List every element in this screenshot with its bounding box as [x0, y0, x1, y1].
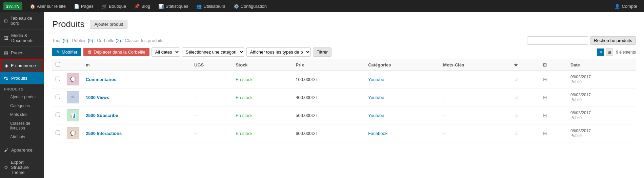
row-name-cell: Commentaires	[82, 71, 191, 88]
filter-all-link[interactable]: Tous (9)	[52, 38, 68, 43]
select-all-checkbox[interactable]	[56, 62, 60, 66]
th-name[interactable]: m	[82, 59, 191, 71]
sidebar-sub-mots-cles[interactable]: Mots clés	[0, 110, 44, 119]
nav-item-users[interactable]: 👥 Utilisateurs	[193, 0, 228, 12]
row-grid-cell: ⊟	[540, 88, 567, 106]
th-star: ★	[510, 59, 540, 71]
row-date-cell: 08/03/2017Publié	[567, 106, 636, 124]
filter-classify-link[interactable]: Classer les produits	[125, 38, 163, 43]
star-icon[interactable]: ☆	[514, 95, 519, 100]
sidebar-item-media[interactable]: 🖼 Media & Documents	[0, 29, 44, 47]
category-link[interactable]: Youtube	[368, 77, 384, 82]
pages-icon: 📄	[74, 4, 79, 9]
logo-text: 3W.TN	[6, 4, 20, 9]
dashboard-icon: ⊞	[4, 18, 8, 23]
edit-button[interactable]: ✎ Modifier	[52, 48, 81, 56]
grid-view-button[interactable]: ⊞	[606, 48, 613, 56]
nav-config-label: Configuration	[241, 4, 267, 9]
main-content: Produits Ajouter produit Tous (9) | Publ…	[44, 12, 644, 178]
nav-item-boutique[interactable]: 🛒 Boutique	[98, 0, 129, 12]
category-dropdown[interactable]: Sélectionnez une catégori	[182, 47, 244, 57]
nav-item-config[interactable]: ⚙️ Configuration	[230, 0, 270, 12]
row-checkbox[interactable]	[56, 95, 60, 99]
th-prix[interactable]: Prix	[292, 59, 365, 71]
table-row: 💬 Commentaires – En stock 100.000DT Yout…	[52, 71, 636, 88]
th-date[interactable]: Date	[567, 59, 636, 71]
product-name-link[interactable]: 2500 Interactions	[86, 131, 122, 136]
account-icon: 👤	[615, 4, 620, 9]
th-checkbox	[52, 59, 63, 71]
th-categories[interactable]: Catégories	[365, 59, 440, 71]
star-icon[interactable]: ☆	[514, 113, 519, 118]
grid-cell-icon[interactable]: ⊟	[543, 95, 547, 100]
search-button[interactable]: Recherche produits	[590, 36, 636, 45]
row-star-cell: ☆	[510, 71, 540, 88]
grid-cell-icon[interactable]: ⊟	[543, 77, 547, 82]
sidebar-sub-classes-livraison[interactable]: Classes de livraison	[0, 119, 44, 133]
nav-users-label: Utilisateurs	[203, 4, 225, 9]
product-name-link[interactable]: 2500 Subscribe	[86, 113, 118, 118]
edit-icon: ✎	[56, 50, 60, 55]
row-mots-cles-cell: –	[440, 124, 510, 142]
logo[interactable]: 3W.TN	[3, 2, 22, 10]
row-prix-cell: 400.000DT	[292, 88, 365, 106]
category-link[interactable]: Youtube	[368, 95, 384, 100]
grid-cell-icon[interactable]: ⊟	[543, 131, 547, 136]
produits-icon: 🛍	[4, 76, 8, 81]
row-date-cell: 08/03/2017Publié	[567, 71, 636, 88]
star-icon[interactable]: ☆	[514, 77, 519, 82]
sidebar-produits-label: Produits	[11, 76, 27, 81]
media-icon: 🖼	[4, 36, 8, 41]
row-categories-cell: Youtube	[365, 106, 440, 124]
product-name-link[interactable]: Commentaires	[86, 77, 116, 82]
dates-dropdown[interactable]: All dates	[152, 47, 180, 57]
th-stock[interactable]: Stock	[232, 59, 292, 71]
filter-button[interactable]: Filtrer	[313, 47, 331, 57]
count-badge: 9 éléments	[616, 50, 636, 55]
account-menu[interactable]: 👤 Compte	[611, 4, 641, 9]
sidebar-sub-ajouter[interactable]: Ajouter produit	[0, 93, 44, 101]
sidebar-item-apparence[interactable]: 🖌 Apparence	[0, 144, 44, 156]
type-dropdown[interactable]: Afficher tous les types de p	[246, 47, 311, 57]
row-name-cell: 2500 Subscribe	[82, 106, 191, 124]
row-stock-cell: En stock	[232, 71, 292, 88]
category-link[interactable]: Facebook	[368, 131, 387, 136]
users-icon: 👥	[196, 4, 202, 9]
row-categories-cell: Facebook	[365, 124, 440, 142]
nav-item-stats[interactable]: 📊 Statistiques	[155, 0, 192, 12]
th-mots-cles[interactable]: Mots-Clés	[440, 59, 510, 71]
product-name-link[interactable]: 1000 Views	[86, 95, 109, 100]
nav-item-blog[interactable]: 📌 Blog	[131, 0, 154, 12]
sidebar-sub-categories[interactable]: Catégories	[0, 101, 44, 110]
add-product-button[interactable]: Ajouter produit	[90, 20, 127, 29]
row-star-cell: ☆	[510, 124, 540, 142]
sidebar-item-pages[interactable]: ▤ Pages	[0, 47, 44, 59]
filter-trash-link[interactable]: Corbeille (2)	[97, 38, 121, 43]
sidebar-item-produits[interactable]: 🛍 Produits	[0, 72, 44, 84]
trash-button[interactable]: 🗑 Déplacer dans la Corbeille	[83, 48, 149, 56]
list-view-button[interactable]: ≡	[597, 48, 604, 56]
category-link[interactable]: Youtube	[368, 113, 384, 118]
row-thumb-cell: 📊	[63, 106, 82, 124]
sidebar-item-dashboard[interactable]: ⊞ Tableau de bord	[0, 12, 44, 29]
sidebar-item-ecommerce[interactable]: ◈ E-commerce	[0, 59, 44, 72]
nav-item-pages[interactable]: 📄 Pages	[71, 0, 97, 12]
filter-trash-count: 2	[117, 38, 119, 43]
th-grid: ⊟	[540, 59, 567, 71]
row-checkbox[interactable]	[56, 131, 60, 135]
star-icon[interactable]: ☆	[514, 131, 519, 136]
row-checkbox[interactable]	[56, 113, 60, 117]
th-ugs[interactable]: UGS	[191, 59, 232, 71]
sidebar-item-export[interactable]: ⚙ Export Structure Theme	[0, 156, 44, 178]
table-row: 💬 2500 Interactions – En stock 600.000DT…	[52, 124, 636, 142]
filter-published-text: Publiés	[72, 38, 86, 43]
row-thumb-cell: 💬	[63, 71, 82, 88]
sidebar-sub-attributs[interactable]: Attributs	[0, 133, 44, 141]
row-checkbox[interactable]	[56, 77, 60, 81]
search-input[interactable]	[527, 36, 588, 45]
filter-published-link[interactable]: Publiés (9)	[72, 38, 93, 43]
grid-cell-icon[interactable]: ⊟	[543, 113, 547, 118]
nav-item-home[interactable]: 🏠 Aller sur le site	[26, 0, 69, 12]
sidebar-pages-label: Pages	[11, 50, 23, 55]
nav-home-label: Aller sur le site	[37, 4, 66, 9]
